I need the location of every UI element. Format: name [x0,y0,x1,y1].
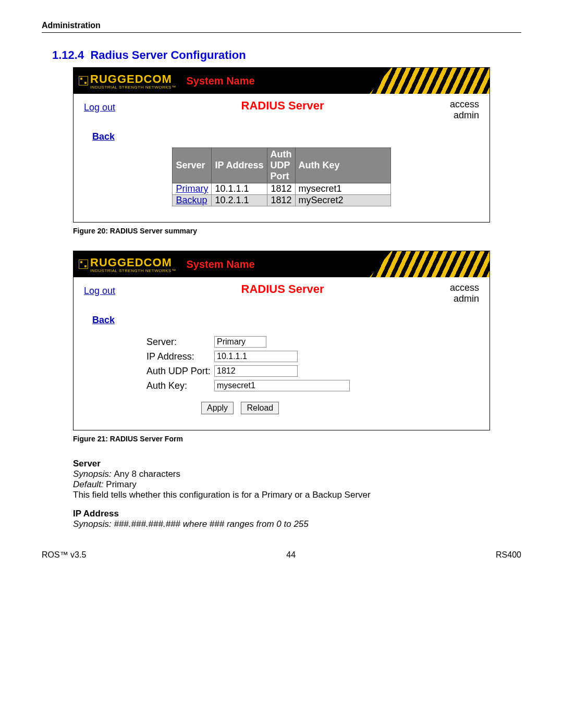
field-ip-synopsis: Synopsis: ###.###.###.### where ### rang… [73,519,490,529]
ip-label: IP Address: [146,351,214,362]
doc-body: Server Synopsis: Any 8 characters Defaul… [73,459,490,529]
radius-table: Server IP Address AuthUDPPort Auth Key P… [172,147,390,206]
logo-icon [79,76,88,85]
logo: RUGGEDCOM INDUSTRIAL STRENGTH NETWORKS™ [79,72,176,90]
table-row: Backup 10.2.1.1 1812 mySecret2 [173,195,390,206]
logout-link[interactable]: Log out [84,286,115,297]
access-label: access admin [450,282,479,304]
port-label: Auth UDP Port: [146,366,214,377]
access-label: access admin [450,99,479,121]
reload-button[interactable]: Reload [241,402,279,414]
logo-subtext: INDUSTRIAL STRENGTH NETWORKS™ [90,268,176,273]
section-number: 1.12.4 [52,48,84,61]
col-ip: IP Address [212,148,267,183]
col-port: AuthUDPPort [267,148,295,183]
footer-center: 44 [286,550,296,560]
cell-port: 1812 [267,195,295,206]
page-title: RADIUS Server [115,99,450,113]
logo-icon [79,260,88,269]
form-area: Server: Primary IP Address: 10.1.1.1 Aut… [146,336,489,391]
key-input[interactable]: mysecret1 [214,380,350,391]
footer-left: ROS™ v3.5 [42,550,86,560]
col-server: Server [173,148,212,183]
field-ip-heading: IP Address [73,509,490,519]
ip-input[interactable]: 10.1.1.1 [214,351,298,362]
page-title: RADIUS Server [115,282,450,296]
server-link-primary[interactable]: Primary [176,183,208,194]
footer-right: RS400 [496,550,521,560]
field-server-synopsis: Synopsis: Any 8 characters [73,469,490,479]
col-key: Auth Key [295,148,390,183]
system-name: System Name [186,75,254,87]
port-input[interactable]: 1812 [214,365,298,377]
top-bar: RUGGEDCOM INDUSTRIAL STRENGTH NETWORKS™ … [74,68,489,94]
server-label: Server: [146,337,214,348]
figure-caption-2: Figure 21: RADIUS Server Form [73,435,521,443]
back-link[interactable]: Back [92,131,489,142]
logout-link[interactable]: Log out [84,102,115,113]
key-label: Auth Key: [146,380,214,391]
system-name: System Name [186,258,254,270]
top-bar: RUGGEDCOM INDUSTRIAL STRENGTH NETWORKS™ … [74,251,489,277]
hatch-decoration [370,251,489,277]
logo: RUGGEDCOM INDUSTRIAL STRENGTH NETWORKS™ [79,256,176,273]
server-link-backup[interactable]: Backup [176,195,207,205]
section-title-text: Radius Server Configuration [90,48,246,61]
cell-key: mySecret2 [295,195,390,206]
hatch-decoration [370,68,489,94]
cell-ip: 10.2.1.1 [212,195,267,206]
cell-key: mysecret1 [295,183,390,195]
logo-subtext: INDUSTRIAL STRENGTH NETWORKS™ [90,85,176,90]
page-header: Administration [42,21,521,33]
page-footer: ROS™ v3.5 44 RS400 [42,550,521,560]
field-server-heading: Server [73,459,490,469]
section-heading: 1.12.4 Radius Server Configuration [52,48,521,62]
cell-ip: 10.1.1.1 [212,183,267,195]
field-server-desc: This field tells whether this configurat… [73,490,490,500]
cell-port: 1812 [267,183,295,195]
logo-text: RUGGEDCOM [90,256,176,269]
figure-radius-form: RUGGEDCOM INDUSTRIAL STRENGTH NETWORKS™ … [73,251,490,430]
logo-text: RUGGEDCOM [90,72,176,86]
figure-radius-summary: RUGGEDCOM INDUSTRIAL STRENGTH NETWORKS™ … [73,67,490,223]
apply-button[interactable]: Apply [201,402,234,414]
server-input[interactable]: Primary [214,336,266,348]
figure-caption-1: Figure 20: RADIUS Server summary [73,227,521,235]
table-row: Primary 10.1.1.1 1812 mysecret1 [173,183,390,195]
back-link[interactable]: Back [92,315,489,326]
field-server-default: Default: Primary [73,479,490,490]
